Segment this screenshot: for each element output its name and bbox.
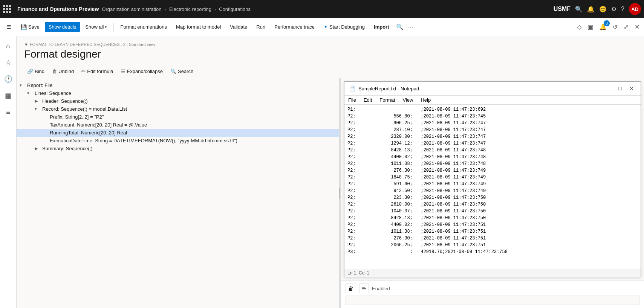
clock-icon[interactable]: 🕐 xyxy=(2,72,15,86)
toolbar-side-icons: ◇ ▣ 🔔 0 ↺ ⤢ ✕ xyxy=(575,22,641,32)
calendar-icon[interactable]: ▦ xyxy=(2,89,15,102)
search-button[interactable]: 🔍 Search xyxy=(167,67,196,76)
run-button[interactable]: Run xyxy=(252,22,269,32)
show-all-chevron: ▾ xyxy=(105,25,107,29)
notepad-line: P2; 8428.13; ;2021-08-09 11:47:23:748 xyxy=(346,147,639,154)
main-layout: ⌂ ☆ 🕐 ▦ ≡ ▼ FORMAT TO LEARN DEFERRED SEQ… xyxy=(0,36,644,308)
notepad-menu: File Edit Format View Help xyxy=(344,96,641,105)
map-format-button[interactable]: Map format to model xyxy=(172,22,225,32)
notepad-titlebar: 📄 SampleReport.txt - Notepad — □ ✕ xyxy=(344,82,641,96)
content-area: ▼ FORMAT TO LEARN DEFERRED SEQUENCES : 2… xyxy=(17,36,644,308)
notepad-menu-file[interactable]: File xyxy=(344,96,360,104)
panel-icon[interactable]: ▣ xyxy=(586,22,595,32)
notepad-line: P2; 4400.02; ;2021-08-09 11:47:23:748 xyxy=(346,154,639,160)
debug-icon: ✦ xyxy=(324,24,328,30)
tree-node-7[interactable]: RunningTotal: Numeric[20..20] Real xyxy=(17,129,339,137)
notepad-menu-format[interactable]: Format xyxy=(376,96,399,104)
tree-node-8[interactable]: ExecutionDateTime: String = DATETIMEFORM… xyxy=(17,137,339,145)
notepad-close-btn[interactable]: ✕ xyxy=(627,85,636,92)
tree-node-9[interactable]: ▶ Summary: Sequence(;) xyxy=(17,145,339,152)
edit-formula-button[interactable]: ✏ Edit formula xyxy=(78,67,116,76)
hamburger-icon: ☰ xyxy=(7,24,11,30)
separator-1 xyxy=(113,23,114,32)
tree-node-label-7: RunningTotal: Numeric[20..20] Real xyxy=(50,130,127,136)
help-icon[interactable]: ? xyxy=(621,6,624,12)
start-debugging-button[interactable]: ✦ Start Debugging xyxy=(320,22,369,32)
notepad-minimize-btn[interactable]: — xyxy=(604,85,613,92)
expand-icon-3: ▶ xyxy=(35,99,41,104)
tree-node-6[interactable]: TaxAmount: Numeric[20..20] Real = @.Valu… xyxy=(17,121,339,129)
apps-icon[interactable] xyxy=(3,5,11,13)
notepad-line: P2; 906.25; ;2021-08-09 11:47:23:747 xyxy=(346,120,639,127)
bottom-panel-input[interactable] xyxy=(346,296,639,305)
import-search-icon[interactable]: 🔍 xyxy=(396,23,404,30)
expand-collapse-button[interactable]: ☰ Expand/collapse xyxy=(118,67,166,76)
panel-splitter[interactable] xyxy=(339,78,341,308)
nav-configurations[interactable]: Configurations xyxy=(219,6,251,12)
notepad-line: P2; 276.30; ;2021-08-09 11:47:23:751 xyxy=(346,235,639,242)
user-icon[interactable]: 😊 xyxy=(599,6,607,13)
bind-button[interactable]: 🔗 Bind xyxy=(24,67,47,76)
top-bar: Finance and Operations Preview Organizat… xyxy=(0,0,644,18)
left-sidebar: ⌂ ☆ 🕐 ▦ ≡ xyxy=(0,36,17,308)
split-view: ▾ Report: File ▾ Lines: Sequence ▶ Heade… xyxy=(17,78,644,308)
tree-node-label-3: Header: Sequence(;) xyxy=(42,98,88,104)
nav-org-admin[interactable]: Organization administration xyxy=(102,6,161,12)
tree-node-4[interactable]: ▾ Record: Sequence(;) = model.Data.List xyxy=(17,105,339,113)
notepad-statusbar: Ln 1, Col 1 xyxy=(344,269,641,277)
notepad-line: P2; 276.30; ;2021-08-09 11:47:23:749 xyxy=(346,167,639,174)
page-title: Format designer xyxy=(24,48,636,60)
save-icon: 💾 xyxy=(20,24,27,30)
bottom-edit-btn[interactable]: ✏ xyxy=(359,284,369,293)
nav-sep-2: › xyxy=(214,6,216,12)
bell-icon[interactable]: 🔔 xyxy=(587,6,595,13)
tree-node-2[interactable]: ▾ Lines: Sequence xyxy=(17,89,339,97)
tree-node-label-4: Record: Sequence(;) = model.Data.List xyxy=(42,106,127,112)
tree-node-1[interactable]: ▾ Report: File xyxy=(17,81,339,89)
home-icon[interactable]: ⌂ xyxy=(2,39,15,53)
notepad-content: P1; ;2021-08-09 11:47:23:692P2; 556.80; … xyxy=(344,105,641,269)
nav-sep-1: › xyxy=(165,6,166,12)
import-button[interactable]: Import xyxy=(370,22,393,32)
notepad-menu-help[interactable]: Help xyxy=(417,96,434,104)
page-header: ▼ FORMAT TO LEARN DEFERRED SEQUENCES : 2… xyxy=(17,36,644,65)
hamburger-btn[interactable]: ☰ xyxy=(3,22,15,32)
more-options-icon[interactable]: ··· xyxy=(405,21,417,32)
show-details-button[interactable]: Show details xyxy=(45,22,80,32)
expand-icon-9: ▶ xyxy=(35,146,41,151)
tree-node-3[interactable]: ▶ Header: Sequence(;) xyxy=(17,97,339,105)
diamond-icon[interactable]: ◇ xyxy=(575,22,583,32)
star-icon[interactable]: ☆ xyxy=(2,56,15,69)
expand-icon-4: ▾ xyxy=(35,107,41,111)
show-all-button[interactable]: Show all ▾ xyxy=(81,22,110,32)
avatar[interactable]: AD xyxy=(629,3,641,15)
list-expand-icon: ☰ xyxy=(121,69,125,74)
right-panel: 📄 SampleReport.txt - Notepad — □ ✕ File … xyxy=(341,78,644,308)
bottom-delete-btn[interactable]: 🗑 xyxy=(346,284,356,293)
notepad-line: P2; 2610.00; ;2021-08-09 11:47:23:750 xyxy=(346,201,639,208)
notepad-window: 📄 SampleReport.txt - Notepad — □ ✕ File … xyxy=(344,81,641,277)
expand-icon[interactable]: ⤢ xyxy=(622,22,630,32)
expand-icon-1: ▾ xyxy=(20,83,26,88)
notepad-maximize-btn[interactable]: □ xyxy=(616,85,624,92)
pencil-icon: ✏ xyxy=(81,69,86,74)
list-icon[interactable]: ≡ xyxy=(2,105,15,119)
settings-icon[interactable]: ⚙ xyxy=(611,6,616,13)
nav-electronic-reporting[interactable]: Electronic reporting xyxy=(169,6,211,12)
close-toolbar-icon[interactable]: ✕ xyxy=(633,22,641,32)
performance-trace-button[interactable]: Performance trace xyxy=(271,22,318,32)
notepad-line: P2; 556.80; ;2021-08-09 11:47:23:745 xyxy=(346,113,639,120)
validate-button[interactable]: Validate xyxy=(226,22,251,32)
breadcrumb-nav: Organization administration › Electronic… xyxy=(102,6,550,12)
unbind-button[interactable]: 🗑 Unbind xyxy=(49,67,77,76)
notepad-menu-edit[interactable]: Edit xyxy=(360,96,376,104)
save-button[interactable]: 💾 Save xyxy=(17,22,43,32)
tree-node-label-5: Prefix: String[2..2] = "P2" xyxy=(50,114,104,120)
filter-icon[interactable]: ▼ xyxy=(24,42,28,47)
badge-wrap: 🔔 0 xyxy=(598,22,608,32)
tree-node-5[interactable]: Prefix: String[2..2] = "P2" xyxy=(17,113,339,121)
notepad-menu-view[interactable]: View xyxy=(399,96,417,104)
refresh-icon[interactable]: ↺ xyxy=(611,22,619,32)
format-enumerations-button[interactable]: Format enumerations xyxy=(117,22,171,32)
search-icon[interactable]: 🔍 xyxy=(575,6,583,13)
